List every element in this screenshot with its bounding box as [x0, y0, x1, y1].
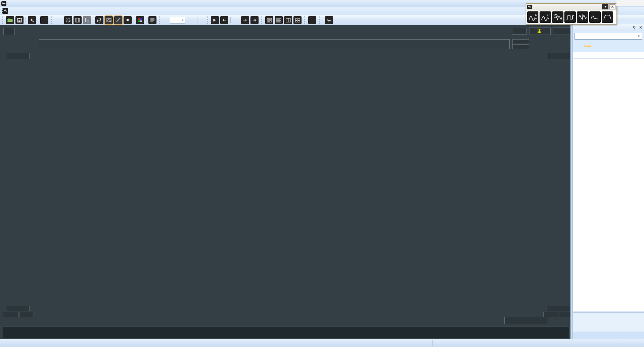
color-palette-icon[interactable] — [136, 16, 144, 24]
layout-hsplit-icon[interactable] — [275, 16, 283, 24]
grid-columns-icon[interactable] — [74, 16, 82, 24]
ch1-adjust-button[interactable] — [3, 312, 18, 317]
desktop-window-controls — [616, 0, 644, 6]
burst-wave-icon[interactable] — [577, 11, 588, 23]
layout-quad-icon[interactable] — [293, 16, 302, 24]
svg-text:P: P — [547, 13, 549, 16]
ch2-header — [547, 53, 570, 59]
scope-plot — [0, 25, 571, 339]
close-icon[interactable]: ✕ — [639, 25, 642, 30]
list-settings-icon[interactable] — [148, 16, 156, 24]
layout-single-icon[interactable] — [265, 16, 273, 24]
measurements-panel — [3, 326, 569, 338]
first-page-icon[interactable] — [211, 16, 219, 24]
last-page-icon[interactable] — [250, 16, 259, 24]
viranalyzer-titlebar[interactable]: ▼ ✕ — [526, 4, 616, 10]
dds-button[interactable] — [322, 16, 337, 24]
toolbar-grip — [319, 16, 321, 24]
screen-display-icon[interactable] — [105, 16, 113, 24]
close-icon[interactable]: ✕ — [609, 4, 615, 9]
property-table-header — [573, 52, 644, 58]
control-wave-icon[interactable] — [552, 11, 563, 23]
open-file-icon[interactable] — [6, 16, 14, 24]
overview-adjust-button[interactable] — [512, 39, 529, 44]
panel-tabs — [573, 332, 644, 339]
trigger-icon — [537, 29, 542, 34]
sample-rate-readout — [504, 317, 548, 324]
scope-workspace — [0, 25, 571, 339]
prev-page-icon[interactable] — [220, 16, 228, 24]
layout-vsplit-icon[interactable] — [284, 16, 292, 24]
app-icon — [1, 1, 6, 6]
properties-panel: ✕ ▼ — [572, 21, 644, 339]
capture-overview-bar[interactable] — [39, 39, 510, 49]
save-icon[interactable] — [15, 16, 24, 24]
status-bar — [0, 339, 644, 347]
toolbar-grip — [2, 16, 4, 24]
svg-text:S: S — [535, 13, 537, 16]
properties-panel-header: ✕ — [573, 24, 644, 31]
toolbar-grip — [304, 16, 306, 24]
ch2-reset-button[interactable] — [559, 312, 572, 317]
trigger-source-readout[interactable] — [529, 28, 551, 35]
stop-button[interactable] — [3, 28, 15, 35]
voltage-button[interactable] — [308, 16, 316, 24]
sweep-wave-icon[interactable] — [589, 11, 601, 23]
app-window: ▼ — [0, 0, 644, 347]
single-mode-button[interactable] — [512, 28, 527, 35]
auto-button[interactable] — [574, 45, 581, 47]
handheld-device-icon[interactable] — [95, 16, 103, 24]
ch1-reset-button[interactable] — [19, 312, 34, 317]
overview-reset-button[interactable] — [512, 44, 529, 49]
pause-button[interactable] — [585, 45, 591, 47]
square-wave-icon[interactable] — [564, 11, 576, 23]
ch1-header — [6, 53, 30, 59]
toolbar-grip — [51, 16, 53, 24]
line-style-icon[interactable] — [114, 16, 122, 24]
next-page-icon[interactable] — [241, 16, 249, 24]
pin-icon[interactable] — [633, 26, 636, 30]
dot-style-icon[interactable] — [124, 16, 132, 24]
help-icon[interactable] — [40, 16, 48, 24]
center-waveform-icon[interactable] — [64, 16, 72, 24]
back-icon[interactable] — [28, 16, 36, 24]
property-table — [573, 59, 644, 311]
document-icon — [2, 8, 8, 14]
dds-wave-icon — [325, 16, 333, 24]
ch2-volts-per-div[interactable] — [547, 306, 570, 311]
ch1-volts-per-div[interactable] — [6, 306, 30, 311]
property-description — [573, 312, 644, 332]
grid-time-icon[interactable] — [83, 16, 91, 24]
device-select[interactable]: ▼ — [574, 33, 642, 40]
ch2-adjust-button[interactable] — [543, 312, 558, 317]
pulse-wave-icon[interactable] — [602, 11, 613, 23]
toolbar-grip — [159, 16, 161, 24]
capture-count-select[interactable]: ▼ — [170, 17, 185, 23]
wave-scope-icon[interactable]: P — [540, 11, 551, 23]
toolbar-grip — [261, 16, 263, 24]
multi-viranalyzer-window[interactable]: ▼ ✕ S P — [526, 3, 617, 24]
trigger-level-readout[interactable] — [553, 28, 571, 35]
toolbar-grip — [207, 16, 209, 24]
spectrum-scope-icon[interactable]: S — [527, 11, 539, 23]
chevron-down-icon[interactable]: ▼ — [602, 4, 608, 9]
chevron-down-icon: ▼ — [637, 35, 640, 38]
viranalyzer-icon — [527, 5, 532, 9]
